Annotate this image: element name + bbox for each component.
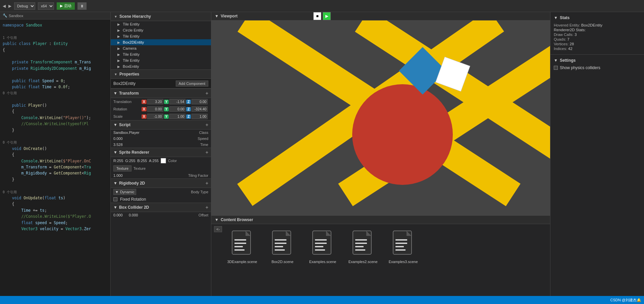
- tree-arrow-8: ▶: [117, 65, 120, 68]
- rotation-x-badge: X: [142, 107, 147, 111]
- code-editor-content[interactable]: namespace Sandbox 1 个引用 public class Pla…: [0, 19, 110, 296]
- code-panel: 🔧 Sandbox namespace Sandbox 1 个引用 public…: [0, 12, 111, 296]
- debug-select[interactable]: Debug: [14, 2, 35, 10]
- back-nav-icon: ◀: [3, 4, 6, 8]
- svg-rect-30: [315, 239, 327, 241]
- tree-item-tile-entity-2[interactable]: ▶ Tile Entity: [111, 33, 211, 39]
- show-colliders-checkbox[interactable]: [554, 66, 558, 70]
- rotation-row: Rotation X Y Z: [111, 105, 211, 113]
- renderer2d-row: Renderer2D Stats:: [554, 28, 641, 32]
- box-collider-section-header[interactable]: ▼ Box Collider 2D +: [111, 203, 211, 212]
- hierarchy-triangle: ▼: [114, 15, 117, 18]
- entity-header: Box2DEntity Add Component: [111, 79, 211, 89]
- scale-y-badge: Y: [164, 114, 169, 119]
- fixed-rotation-checkbox[interactable]: [113, 197, 117, 201]
- script-speed-row: 0.000 Speed: [111, 136, 211, 142]
- script-plus[interactable]: +: [206, 122, 208, 128]
- file-item-examples2[interactable]: Examples2.scene: [346, 227, 380, 264]
- body-type-select[interactable]: ▼ Dynamic: [113, 189, 136, 195]
- color-swatch[interactable]: [161, 158, 166, 163]
- vp-play-button[interactable]: ▶: [323, 12, 331, 20]
- translation-x-input[interactable]: [147, 99, 163, 104]
- svg-rect-18: [234, 239, 246, 241]
- scene-hierarchy-header: ▼ Scene Hierarchy: [111, 12, 211, 21]
- rigidbody2d-section-header[interactable]: ▼ Rigidbody 2D +: [111, 179, 211, 188]
- rotation-x-input[interactable]: [147, 106, 163, 112]
- tree-item-tile-entity-1[interactable]: ▶ Tile Entity: [111, 21, 211, 27]
- svg-rect-25: [275, 243, 286, 244]
- script-time-row: 3.528 Time: [111, 142, 211, 148]
- tree-item-tile-entity-4[interactable]: ▶ Tile Entity: [111, 57, 211, 63]
- svg-rect-27: [275, 249, 285, 251]
- rigidbody-plus[interactable]: +: [206, 181, 208, 186]
- transform-plus[interactable]: +: [206, 91, 208, 96]
- scene-hierarchy-list: ▶ Tile Entity ▶ Circle Entity ▶ Tile Ent…: [111, 21, 211, 69]
- tree-arrow-6: ▶: [117, 53, 120, 56]
- settings-triangle: ▼: [554, 58, 558, 63]
- stats-title: ▼ Stats: [554, 15, 641, 20]
- sprite-renderer-section-header[interactable]: ▼ Sprite Renderer +: [111, 148, 211, 157]
- file-item-examples[interactable]: Examples.scene: [306, 227, 339, 264]
- tree-arrow-1: ▶: [117, 22, 120, 26]
- file-item-examples3[interactable]: Examples3.scene: [386, 227, 420, 264]
- rigidbody-triangle: ▼: [113, 181, 117, 186]
- svg-rect-36: [355, 239, 367, 241]
- pause-button[interactable]: ⏸: [77, 2, 87, 10]
- rotation-z-input[interactable]: [192, 106, 208, 112]
- transform-section-header[interactable]: ▼ Transform +: [111, 89, 211, 98]
- translation-y-badge: Y: [164, 100, 169, 104]
- play-button[interactable]: ▶ 启动: [57, 2, 75, 10]
- svg-rect-37: [355, 243, 367, 244]
- rotation-inputs: X Y Z: [142, 106, 208, 112]
- scene-panel: ▼ Scene Hierarchy ▶ Tile Entity ▶ Circle…: [111, 12, 211, 296]
- sprite-plus[interactable]: +: [206, 150, 208, 155]
- tree-item-circle-entity[interactable]: ▶ Circle Entity: [111, 27, 211, 33]
- file-icon-examples: [309, 227, 336, 258]
- tree-item-tile-entity-3[interactable]: ▶ Tile Entity: [111, 51, 211, 57]
- translation-z-input[interactable]: [192, 99, 208, 104]
- settings-title: ▼ Settings: [554, 58, 641, 63]
- viewport-play-controls: ■ ▶: [313, 12, 331, 20]
- translation-x-badge: X: [142, 100, 147, 104]
- content-browser-triangle: ▼: [215, 217, 219, 222]
- tree-item-box-entity[interactable]: ▶ BoxEntity: [111, 63, 211, 69]
- file-item-box2d[interactable]: Box2D.scene: [266, 227, 299, 264]
- file-icon-examples2: [350, 227, 376, 258]
- content-browser-files: 3DExample.scene: [222, 224, 423, 267]
- svg-rect-33: [315, 249, 325, 251]
- script-section-header[interactable]: ▼ Script +: [111, 120, 211, 130]
- tree-arrow-7: ▶: [117, 59, 120, 62]
- translation-inputs: X Y Z: [142, 99, 208, 104]
- arch-select[interactable]: x64: [38, 2, 54, 10]
- translation-row: Translation X Y Z: [111, 98, 211, 105]
- tiling-row: 1.000 Tiling Factor: [111, 172, 211, 179]
- scale-x-input[interactable]: [147, 114, 163, 119]
- rotation-y-input[interactable]: [169, 106, 185, 112]
- viewport-area[interactable]: [211, 20, 550, 215]
- scale-z-badge: Z: [186, 114, 191, 119]
- translation-y-input[interactable]: [169, 99, 185, 104]
- code-icon: 🔧: [3, 13, 7, 18]
- viewport-header: ▼ Viewport ■ ▶: [211, 12, 550, 20]
- scale-row: Scale X Y Z: [111, 113, 211, 120]
- scale-y-input[interactable]: [169, 114, 185, 119]
- body-type-triangle: ▼: [115, 190, 119, 194]
- vp-stop-button[interactable]: ■: [313, 12, 321, 20]
- tree-item-camera[interactable]: ▶ Camera: [111, 45, 211, 51]
- svg-rect-32: [315, 246, 323, 247]
- file-item-3dexample[interactable]: 3DExample.scene: [225, 227, 259, 264]
- viewport-triangle: ▼: [215, 14, 219, 18]
- right-panel: ▼ Stats Hovered Entity: Box2DEntity Rend…: [550, 12, 644, 296]
- bottom-bar: CSDN @刘建杰🔔: [0, 296, 644, 304]
- scale-z-input[interactable]: [192, 114, 208, 119]
- box-collider-plus[interactable]: +: [206, 205, 208, 210]
- svg-rect-43: [395, 243, 407, 244]
- viewport-container: ▼ Viewport ■ ▶: [211, 12, 550, 215]
- add-component-button[interactable]: Add Component: [176, 81, 209, 87]
- tree-item-box2d-entity[interactable]: ▶ Box2DEntity: [111, 39, 211, 45]
- svg-rect-38: [355, 246, 364, 247]
- back-button[interactable]: <-: [214, 226, 222, 232]
- rotation-z-badge: Z: [186, 107, 191, 111]
- top-bar: ◀ ▶ Debug x64 ▶ 启动 ⏸: [0, 0, 644, 12]
- properties-content: Box2DEntity Add Component ▼ Transform + …: [111, 79, 211, 296]
